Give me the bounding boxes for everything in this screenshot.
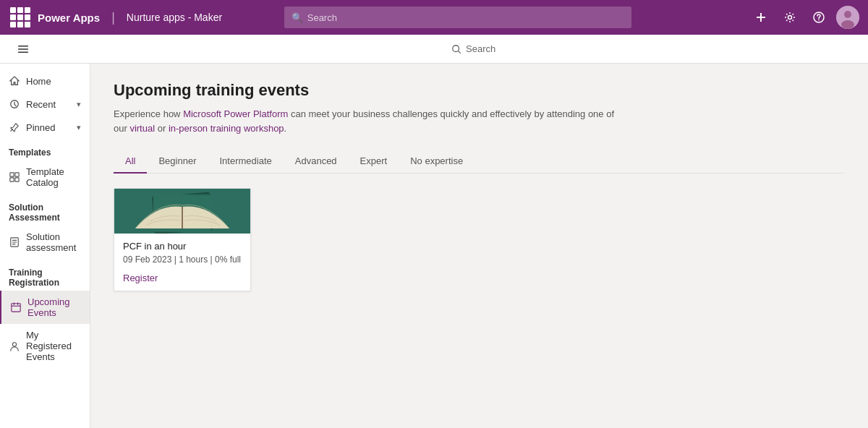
subtitle-text1: Experience how — [114, 108, 183, 119]
pinned-label: Pinned — [26, 122, 55, 133]
svg-rect-7 — [17, 22, 23, 27]
page-title: Upcoming training events — [114, 81, 845, 100]
svg-rect-5 — [25, 14, 30, 20]
nav-right-actions — [749, 6, 859, 29]
recent-chevron: ▾ — [77, 100, 81, 109]
recent-label: Recent — [26, 99, 56, 110]
upcoming-events-label: Upcoming Events — [27, 296, 81, 318]
main-content: Upcoming training events Experience how … — [90, 64, 868, 428]
subtitle-link-virtual[interactable]: virtual — [129, 123, 155, 134]
svg-rect-2 — [25, 7, 30, 13]
global-search[interactable]: 🔍 — [284, 7, 631, 28]
add-button[interactable] — [749, 6, 773, 29]
calendar-icon — [10, 301, 22, 313]
svg-rect-1 — [17, 7, 23, 13]
grid-icon — [9, 6, 32, 29]
svg-point-9 — [788, 16, 791, 20]
svg-rect-17 — [18, 51, 28, 53]
home-icon — [9, 75, 20, 87]
svg-point-14 — [841, 20, 854, 29]
clock-icon — [9, 98, 20, 110]
svg-rect-22 — [10, 178, 14, 181]
events-grid: PCF in an hour 09 Feb 2023 | 1 hours | 0… — [114, 188, 845, 291]
svg-point-11 — [818, 20, 820, 21]
nav-divider: | — [111, 10, 115, 25]
secondary-search[interactable]: Search — [451, 43, 856, 54]
sidebar-item-solution-assessment[interactable]: Solution assessment — [0, 226, 90, 259]
brand-name: Power Apps — [38, 12, 100, 24]
sidebar-item-upcoming-events[interactable]: Upcoming Events — [0, 291, 90, 324]
training-registration-section-label: Training Registration — [0, 259, 90, 291]
tab-intermediate[interactable]: Intermediate — [208, 150, 284, 174]
top-nav: Power Apps | Nurture apps - Maker 🔍 — [0, 0, 868, 35]
pinned-chevron: ▾ — [77, 123, 81, 132]
register-link[interactable]: Register — [123, 273, 158, 283]
tab-no-expertise[interactable]: No expertise — [399, 150, 475, 174]
solution-assessment-label: Solution assessment — [26, 231, 81, 253]
settings-button[interactable] — [778, 6, 801, 29]
event-card-body: PCF in an hour 09 Feb 2023 | 1 hours | 0… — [114, 234, 250, 291]
svg-rect-21 — [15, 173, 19, 176]
assessment-icon — [9, 236, 20, 248]
search-small-icon — [451, 44, 461, 54]
svg-rect-3 — [10, 14, 16, 20]
app-name: Nurture apps - Maker — [127, 12, 222, 23]
hamburger-icon — [17, 43, 29, 55]
sidebar-item-template-catalog[interactable]: Template Catalog — [0, 160, 90, 194]
sidebar-item-my-registered-events[interactable]: My Registered Events — [0, 324, 90, 368]
event-card-title: PCF in an hour — [123, 241, 242, 252]
event-card: PCF in an hour 09 Feb 2023 | 1 hours | 0… — [114, 188, 251, 291]
svg-rect-4 — [17, 14, 23, 20]
svg-point-26 — [12, 342, 16, 346]
home-label: Home — [26, 76, 51, 87]
plus-icon — [755, 12, 767, 23]
sidebar-item-home[interactable]: Home — [0, 69, 90, 93]
svg-rect-15 — [18, 46, 28, 47]
tab-beginner[interactable]: Beginner — [147, 150, 208, 174]
svg-point-13 — [844, 11, 851, 18]
help-icon — [813, 12, 825, 23]
tab-expert[interactable]: Expert — [349, 150, 399, 174]
user-avatar[interactable] — [836, 6, 859, 29]
template-catalog-label: Template Catalog — [26, 166, 81, 188]
solution-assessment-section-label: Solution Assessment — [0, 194, 90, 226]
sidebar: Home Recent ▾ Pi — [0, 64, 90, 428]
subtitle-text3: or — [155, 123, 169, 134]
search-input[interactable] — [307, 12, 624, 23]
hamburger-button[interactable] — [12, 38, 35, 61]
svg-rect-20 — [10, 173, 14, 176]
subtitle-link-platform[interactable]: Microsoft Power Platform — [183, 108, 288, 119]
page-subtitle: Experience how Microsoft Power Platform … — [114, 107, 620, 135]
svg-rect-0 — [10, 7, 16, 13]
filter-tabs: All Beginner Intermediate Advanced Exper… — [114, 150, 845, 174]
svg-rect-25 — [12, 304, 20, 312]
tab-all[interactable]: All — [114, 150, 147, 174]
templates-section-label: Templates — [0, 139, 90, 160]
secondary-search-label: Search — [466, 43, 495, 54]
my-registered-events-label: My Registered Events — [26, 330, 81, 362]
svg-rect-6 — [10, 22, 16, 27]
sidebar-item-recent[interactable]: Recent ▾ — [0, 93, 90, 116]
grid-menu-button[interactable] — [9, 6, 32, 29]
help-button[interactable] — [807, 6, 830, 29]
event-card-meta: 09 Feb 2023 | 1 hours | 0% full — [123, 254, 242, 265]
svg-rect-8 — [25, 22, 30, 27]
person-icon — [9, 341, 20, 352]
gear-icon — [784, 12, 796, 23]
secondary-bar: Search — [0, 35, 868, 64]
pin-icon — [9, 121, 20, 133]
svg-rect-16 — [18, 48, 28, 50]
tab-advanced[interactable]: Advanced — [284, 150, 349, 174]
subtitle-link-inperson[interactable]: in-person training workshop — [169, 123, 284, 134]
template-icon — [9, 171, 20, 183]
svg-rect-23 — [15, 178, 19, 181]
subtitle-text4: . — [284, 123, 287, 134]
event-card-image — [114, 189, 250, 234]
search-icon: 🔍 — [292, 12, 303, 23]
sidebar-item-pinned[interactable]: Pinned ▾ — [0, 116, 90, 139]
